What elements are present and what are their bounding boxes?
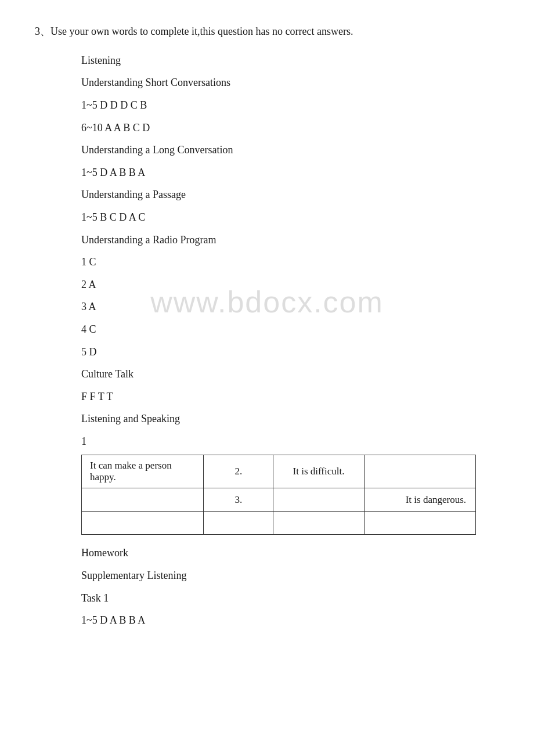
row3-col4 xyxy=(364,512,475,535)
row2-col2: 3. xyxy=(204,488,273,512)
row1-col3: It is difficult. xyxy=(273,455,364,488)
understanding-short-heading: Understanding Short Conversations xyxy=(81,74,499,92)
row1-col1: It can make a person happy. xyxy=(82,455,204,488)
answer-4-radio: 4 C xyxy=(81,321,499,339)
listening-speaking-heading: Listening and Speaking xyxy=(81,410,499,428)
culture-talk-heading: Culture Talk xyxy=(81,365,499,383)
answer-5-radio: 5 D xyxy=(81,343,499,361)
answer-table-section: It can make a person happy. 2. It is dif… xyxy=(81,455,499,535)
answer-1-radio: 1 C xyxy=(81,253,499,271)
row3-col2 xyxy=(204,512,273,535)
answer-1-5-short: 1~5 D D D C B xyxy=(81,96,499,114)
table-row: It can make a person happy. 2. It is dif… xyxy=(82,455,476,488)
row3-col1 xyxy=(82,512,204,535)
listening-heading: Listening xyxy=(81,52,499,70)
table-row xyxy=(82,512,476,535)
understanding-radio-heading: Understanding a Radio Program xyxy=(81,231,499,249)
culture-talk-answers: F F T T xyxy=(81,388,499,406)
table-row: 3. It is dangerous. xyxy=(82,488,476,512)
row3-col3 xyxy=(273,512,364,535)
row2-col4: It is dangerous. xyxy=(364,488,475,512)
intro-text: 3、Use your own words to complete it,this… xyxy=(35,23,499,40)
answer-1-5-passage: 1~5 B C D A C xyxy=(81,208,499,226)
task1-heading: Task 1 xyxy=(81,589,499,607)
row1-col4 xyxy=(364,455,475,488)
answer-1-5-long: 1~5 D A B B A xyxy=(81,164,499,182)
row2-col1 xyxy=(82,488,204,512)
row1-col2: 2. xyxy=(204,455,273,488)
answer-2-radio: 2 A xyxy=(81,276,499,294)
task1-answers: 1~5 D A B B A xyxy=(81,611,499,629)
homework-heading: Homework xyxy=(81,544,499,562)
answer-6-10-short: 6~10 A A B C D xyxy=(81,119,499,137)
answer-table: It can make a person happy. 2. It is dif… xyxy=(81,455,476,535)
understanding-passage-heading: Understanding a Passage xyxy=(81,186,499,204)
understanding-long-heading: Understanding a Long Conversation xyxy=(81,141,499,159)
answer-3-radio: 3 A xyxy=(81,298,499,316)
supplementary-heading: Supplementary Listening xyxy=(81,567,499,585)
row2-col3 xyxy=(273,488,364,512)
number-1-label: 1 xyxy=(81,433,499,451)
